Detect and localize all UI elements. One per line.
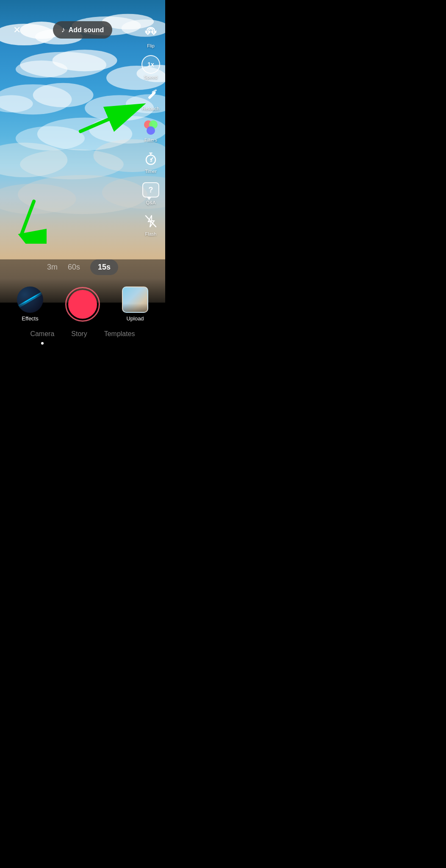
- flash-label: Flash: [145, 231, 157, 236]
- effects-icon: [17, 287, 43, 313]
- nav-tab-templates[interactable]: Templates: [96, 327, 144, 341]
- speed-icon: 1x: [141, 55, 160, 74]
- close-button[interactable]: ✕: [8, 22, 25, 39]
- record-ring: [65, 287, 100, 322]
- bottom-controls: Effects Upload: [0, 287, 165, 322]
- effects-label: Effects: [22, 315, 39, 322]
- svg-point-8: [16, 61, 67, 78]
- flip-label: Flip: [147, 43, 155, 48]
- duration-3m[interactable]: 3m: [47, 263, 58, 272]
- filters-button[interactable]: Filters: [140, 115, 162, 145]
- upload-button[interactable]: Upload: [122, 287, 148, 322]
- retouch-label: Retouch: [142, 106, 160, 111]
- music-icon: ♪: [61, 25, 65, 34]
- qa-label: Q&A: [146, 200, 155, 205]
- flip-button[interactable]: Flip: [140, 21, 162, 51]
- right-controls: Flip 1x Speed Retouch: [140, 21, 162, 239]
- timer-label: Timer: [145, 169, 157, 174]
- flash-icon: [141, 212, 160, 231]
- filters-label: Filters: [144, 137, 157, 142]
- speed-label: Speed: [144, 75, 158, 80]
- svg-point-12: [33, 83, 94, 107]
- upload-label: Upload: [126, 315, 144, 322]
- effects-button[interactable]: Effects: [17, 287, 43, 322]
- upload-thumbnail: [122, 287, 148, 313]
- filters-icon: [141, 118, 160, 136]
- timer-icon: 3: [141, 149, 160, 168]
- add-sound-button[interactable]: ♪ Add sound: [53, 21, 113, 39]
- flip-icon: [141, 24, 160, 42]
- duration-15s[interactable]: 15s: [90, 259, 118, 275]
- qa-icon: ?: [141, 181, 160, 199]
- speed-button[interactable]: 1x Speed: [140, 53, 162, 82]
- retouch-icon: [141, 86, 160, 105]
- timer-button[interactable]: 3 Timer: [140, 147, 162, 176]
- qa-button[interactable]: ? Q&A: [140, 178, 162, 208]
- active-indicator: [41, 342, 44, 345]
- nav-tab-camera[interactable]: Camera: [22, 327, 63, 341]
- add-sound-label: Add sound: [69, 26, 104, 34]
- flash-button[interactable]: Flash: [140, 209, 162, 239]
- record-button[interactable]: [65, 287, 100, 322]
- nav-tab-story[interactable]: Story: [63, 327, 95, 341]
- duration-bar: 3m 60s 15s: [0, 259, 165, 275]
- bottom-nav: Camera Story Templates: [0, 322, 165, 358]
- duration-60s[interactable]: 60s: [68, 263, 80, 272]
- nav-tabs: Camera Story Templates: [22, 327, 143, 341]
- retouch-button[interactable]: Retouch: [140, 84, 162, 114]
- svg-point-29: [155, 90, 157, 91]
- speed-value: 1x: [147, 61, 154, 68]
